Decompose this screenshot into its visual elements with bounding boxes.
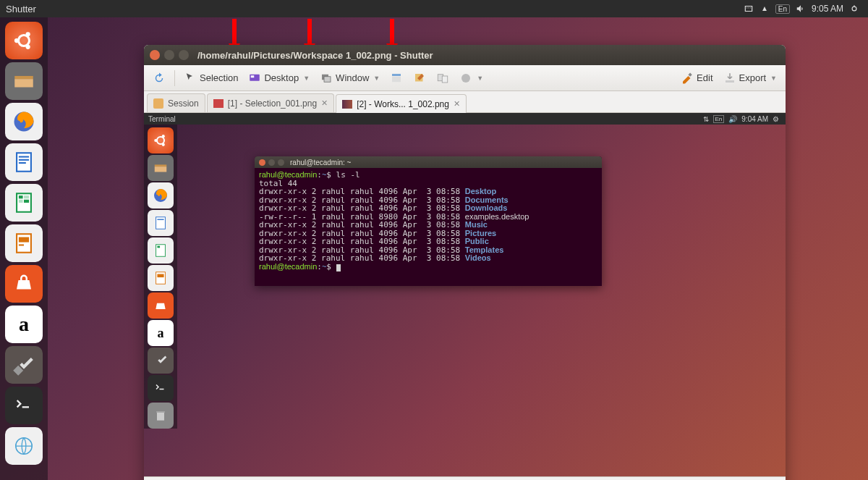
session-icon <box>153 98 163 109</box>
svg-point-2 <box>749 7 750 8</box>
svg-rect-13 <box>19 159 29 161</box>
desktop-button[interactable]: Desktop▼ <box>244 69 314 88</box>
launcher-trash <box>148 403 174 429</box>
svg-rect-51 <box>157 246 160 248</box>
svg-point-0 <box>746 7 747 8</box>
launcher-software[interactable] <box>5 265 43 303</box>
edit-button[interactable]: Edit <box>676 69 717 88</box>
svg-point-44 <box>162 143 165 146</box>
svg-rect-33 <box>392 74 401 76</box>
launcher-firefox[interactable] <box>5 103 43 140</box>
inner-app-name: Terminal <box>148 115 176 123</box>
power-icon[interactable] <box>849 4 859 14</box>
unity-launcher: a <box>0 17 48 480</box>
svg-rect-54 <box>160 389 164 390</box>
keyboard-icon[interactable] <box>744 4 754 14</box>
focused-app-name: Shutter <box>6 4 36 14</box>
svg-rect-9 <box>14 79 33 87</box>
close-icon[interactable] <box>150 50 160 60</box>
maximize-icon[interactable] <box>179 50 189 60</box>
close-icon[interactable]: ✕ <box>454 99 460 109</box>
svg-rect-40 <box>726 80 734 83</box>
globe-button[interactable]: ▼ <box>455 69 488 88</box>
svg-rect-30 <box>251 75 255 77</box>
svg-point-6 <box>26 32 30 36</box>
svg-rect-20 <box>17 234 31 253</box>
tab-label: [2] - Works... 1_002.png <box>357 99 449 109</box>
svg-rect-52 <box>156 272 166 285</box>
tab-session[interactable]: Session <box>147 93 205 112</box>
svg-rect-37 <box>443 76 448 83</box>
window-label: Window <box>336 72 369 83</box>
language-indicator[interactable]: En <box>775 4 790 14</box>
network-icon[interactable] <box>760 4 770 14</box>
launcher-amazon: a <box>148 320 174 346</box>
svg-rect-26 <box>232 19 237 45</box>
menu-capture-button[interactable] <box>386 69 407 88</box>
chevron-down-icon[interactable]: ▼ <box>303 75 310 82</box>
launcher-firefox <box>148 182 174 209</box>
launcher-calc[interactable] <box>5 184 43 222</box>
desktop-label: Desktop <box>264 72 299 83</box>
svg-point-7 <box>26 45 30 49</box>
inner-launcher: a <box>144 125 177 429</box>
svg-rect-22 <box>19 244 24 245</box>
launcher-files[interactable] <box>5 62 43 100</box>
launcher-settings[interactable] <box>5 346 43 384</box>
export-label: Export <box>739 72 767 83</box>
selection-label: Selection <box>200 72 238 83</box>
launcher-dash <box>148 127 174 153</box>
redo-button[interactable] <box>148 69 170 88</box>
export-button[interactable]: Export▼ <box>719 69 782 88</box>
launcher-software <box>148 292 174 319</box>
launcher-dash[interactable] <box>5 22 43 59</box>
web-capture-button[interactable] <box>432 69 454 88</box>
svg-rect-48 <box>156 217 166 230</box>
terminal-output: rahul@tecadmin:~$ ls -l total 44 drwxr-x… <box>255 168 602 286</box>
minimize-icon[interactable] <box>164 50 174 60</box>
chevron-down-icon[interactable]: ▼ <box>770 75 777 82</box>
launcher-terminal <box>148 375 174 401</box>
tab-workspace-002[interactable]: [2] - Works... 1_002.png✕ <box>336 94 467 113</box>
thumbnail-icon <box>213 99 224 108</box>
launcher-impress[interactable] <box>5 224 43 262</box>
network-icon: ⇅ <box>703 115 709 123</box>
svg-rect-28 <box>390 19 394 45</box>
svg-point-41 <box>157 137 164 144</box>
window-button[interactable]: Window▼ <box>315 69 384 88</box>
launcher-settings <box>148 348 174 374</box>
close-icon[interactable]: ✕ <box>321 98 328 108</box>
launcher-writer[interactable] <box>5 143 43 181</box>
chevron-down-icon[interactable]: ▼ <box>477 75 483 82</box>
launcher-writer <box>148 210 174 236</box>
shutter-statusbar: 1360 x 663 pixels 289.2 KB Include Curso… <box>144 476 786 480</box>
power-icon: ⚙ <box>773 115 779 123</box>
tab-label: [1] - Selection_001.png <box>228 98 317 109</box>
shutter-window: /home/rahul/Pictures/Workspace 1_002.png… <box>144 45 786 480</box>
launcher-terminal[interactable] <box>5 387 43 424</box>
svg-point-5 <box>14 38 19 43</box>
launcher-impress <box>148 265 174 291</box>
clock[interactable]: 9:05 AM <box>812 4 843 14</box>
svg-rect-24 <box>22 406 29 408</box>
selection-button[interactable]: Selection <box>179 69 242 88</box>
terminal-window: rahul@tecadmin: ~ rahul@tecadmin:~$ ls -… <box>255 156 602 286</box>
thumbnail-icon <box>342 100 352 109</box>
window-titlebar[interactable]: /home/rahul/Pictures/Workspace 1_002.png… <box>144 45 786 65</box>
svg-rect-53 <box>157 274 163 278</box>
svg-point-4 <box>19 35 30 46</box>
tooltip-capture-button[interactable] <box>409 69 430 88</box>
svg-point-1 <box>748 7 749 8</box>
svg-rect-45 <box>155 164 167 167</box>
svg-rect-17 <box>24 195 29 198</box>
svg-rect-32 <box>324 76 331 82</box>
launcher-screenshot[interactable] <box>5 427 43 465</box>
svg-rect-39 <box>689 72 692 76</box>
clock: 9:04 AM <box>741 115 768 123</box>
launcher-amazon[interactable]: a <box>5 306 43 343</box>
chevron-down-icon[interactable]: ▼ <box>373 75 380 82</box>
tab-selection-001[interactable]: [1] - Selection_001.png✕ <box>207 93 334 112</box>
volume-icon[interactable] <box>796 4 806 14</box>
svg-rect-55 <box>156 411 165 413</box>
volume-icon: 🔊 <box>728 115 737 123</box>
